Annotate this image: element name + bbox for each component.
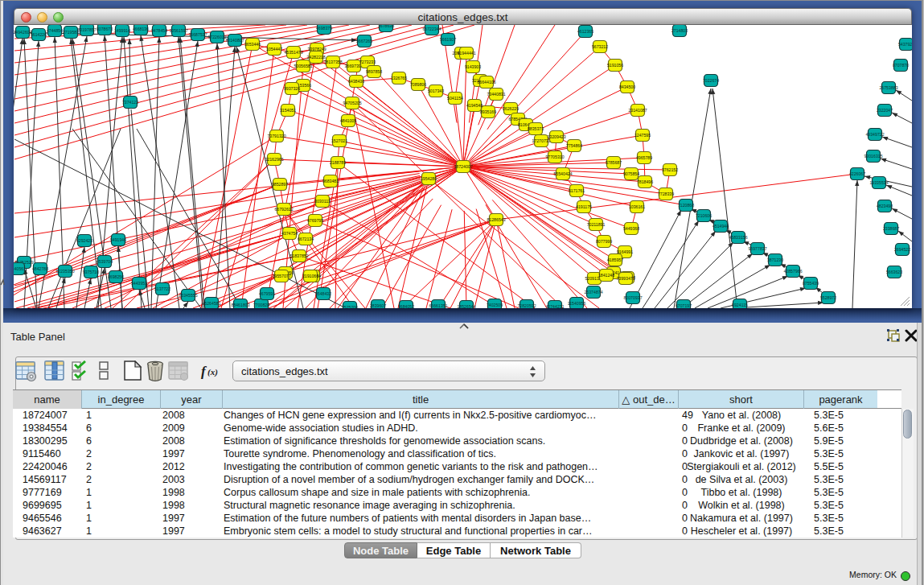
svg-text:66792612: 66792612 (274, 207, 293, 212)
svg-text:8078673: 8078673 (97, 27, 113, 31)
svg-text:18526544: 18526544 (457, 304, 475, 309)
svg-text:5171761: 5171761 (569, 188, 585, 193)
svg-text:2338687: 2338687 (883, 226, 899, 231)
svg-text:5137722: 5137722 (154, 286, 170, 291)
svg-text:9548432: 9548432 (315, 291, 331, 296)
svg-text:72820592: 72820592 (517, 303, 536, 308)
svg-text:5528972: 5528972 (820, 295, 836, 300)
svg-text:1841248: 1841248 (598, 273, 614, 278)
svg-text:7374122: 7374122 (122, 100, 138, 105)
svg-text:4679591: 4679591 (259, 291, 275, 296)
svg-text:66661351: 66661351 (429, 303, 447, 308)
svg-text:4185957: 4185957 (607, 257, 623, 262)
svg-text:9143903: 9143903 (465, 64, 481, 69)
svg-text:93016315: 93016315 (864, 154, 882, 159)
svg-text:6707197: 6707197 (676, 303, 692, 308)
svg-text:7089806: 7089806 (410, 82, 426, 87)
svg-text:8755439: 8755439 (803, 281, 819, 286)
svg-text:73993471: 73993471 (616, 276, 634, 281)
svg-text:39557077: 39557077 (272, 274, 290, 278)
svg-text:9164991: 9164991 (617, 249, 633, 254)
svg-text:4514944: 4514944 (713, 224, 729, 229)
svg-text:8077999: 8077999 (596, 239, 612, 244)
svg-text:6672134: 6672134 (298, 237, 314, 241)
svg-text:4374754: 4374754 (281, 231, 298, 236)
svg-text:9075854: 9075854 (623, 171, 639, 176)
svg-text:49349722: 49349722 (865, 132, 884, 137)
svg-text:4769795: 4769795 (307, 218, 323, 223)
svg-text:8698256: 8698256 (108, 274, 124, 279)
svg-text:6440561: 6440561 (14, 266, 26, 271)
svg-text:3030113: 3030113 (314, 199, 331, 204)
svg-text:85345555: 85345555 (179, 293, 197, 298)
svg-text:2191066: 2191066 (302, 274, 318, 278)
svg-text:2719583: 2719583 (63, 30, 79, 35)
svg-text:5785687: 5785687 (606, 160, 622, 165)
svg-text:3871230: 3871230 (767, 257, 783, 262)
svg-text:18724007: 18724007 (454, 164, 472, 169)
svg-text:7402509: 7402509 (487, 303, 503, 307)
svg-text:5663623: 5663623 (886, 270, 902, 274)
svg-text:1247595: 1247595 (634, 133, 651, 138)
svg-text:45264581: 45264581 (202, 301, 220, 306)
svg-text:f: f (201, 364, 207, 379)
svg-text:5017343: 5017343 (428, 89, 444, 93)
svg-text:42857966: 42857966 (783, 269, 802, 274)
svg-text:36687537: 36687537 (188, 32, 207, 37)
svg-text:3154051: 3154051 (280, 108, 296, 113)
svg-text:1527021: 1527021 (331, 138, 347, 143)
svg-text:(x): (x) (207, 367, 218, 377)
svg-text:4841005: 4841005 (340, 118, 356, 123)
svg-text:32162965: 32162965 (265, 157, 283, 162)
svg-text:3684052: 3684052 (398, 304, 414, 309)
svg-text:66722344: 66722344 (422, 27, 441, 31)
svg-text:55540424: 55540424 (553, 171, 572, 176)
svg-text:33978249: 33978249 (307, 47, 326, 51)
svg-text:73791320: 73791320 (267, 134, 285, 138)
svg-text:2694522: 2694522 (894, 247, 910, 252)
svg-text:6292423: 6292423 (76, 238, 92, 243)
svg-text:5449368: 5449368 (623, 226, 639, 231)
svg-text:8935169: 8935169 (480, 109, 496, 114)
svg-text:9375710: 9375710 (83, 270, 99, 274)
svg-text:7818496: 7818496 (637, 179, 653, 184)
svg-text:9478454: 9478454 (151, 28, 167, 33)
svg-text:5667265: 5667265 (356, 39, 372, 43)
svg-text:11540956: 11540956 (568, 301, 586, 306)
svg-text:23141087: 23141087 (628, 108, 647, 113)
svg-text:83140807: 83140807 (225, 38, 244, 43)
svg-text:3678638: 3678638 (378, 25, 394, 28)
svg-text:3762152: 3762152 (662, 167, 678, 172)
svg-text:70211891: 70211891 (587, 222, 606, 227)
svg-text:9852897: 9852897 (272, 182, 288, 187)
svg-text:7210606: 7210606 (696, 213, 712, 218)
svg-text:5924115: 5924115 (732, 303, 748, 307)
svg-text:9897858: 9897858 (366, 69, 382, 74)
svg-text:1036161: 1036161 (629, 204, 645, 209)
svg-text:51837852: 51837852 (290, 253, 308, 258)
svg-text:24942603: 24942603 (14, 30, 32, 35)
svg-text:4698379: 4698379 (316, 26, 332, 31)
svg-text:1054447: 1054447 (266, 47, 282, 51)
svg-text:78137358: 78137358 (323, 60, 342, 64)
svg-text:8434500: 8434500 (619, 84, 635, 89)
svg-text:1954280: 1954280 (421, 176, 437, 181)
svg-text:83197857: 83197857 (77, 27, 96, 32)
svg-text:5491946: 5491946 (110, 237, 126, 242)
svg-text:2322047: 2322047 (877, 108, 893, 113)
svg-text:19335534: 19335534 (869, 180, 888, 185)
svg-text:5437923: 5437923 (898, 42, 912, 47)
svg-text:8707870: 8707870 (893, 63, 909, 68)
svg-text:4744854: 4744854 (47, 28, 63, 33)
svg-text:97705310: 97705310 (545, 154, 564, 159)
svg-text:94705205: 94705205 (343, 101, 361, 105)
svg-text:4612365: 4612365 (577, 29, 593, 34)
svg-text:3653446: 3653446 (244, 42, 261, 47)
svg-text:5661907: 5661907 (440, 37, 456, 42)
svg-text:2525206: 2525206 (342, 305, 358, 309)
svg-text:9683481: 9683481 (322, 179, 339, 183)
svg-text:82070937: 82070937 (623, 295, 642, 300)
svg-text:7700828: 7700828 (253, 303, 269, 307)
svg-text:2626229: 2626229 (503, 106, 519, 111)
svg-text:4965789: 4965789 (636, 155, 652, 160)
